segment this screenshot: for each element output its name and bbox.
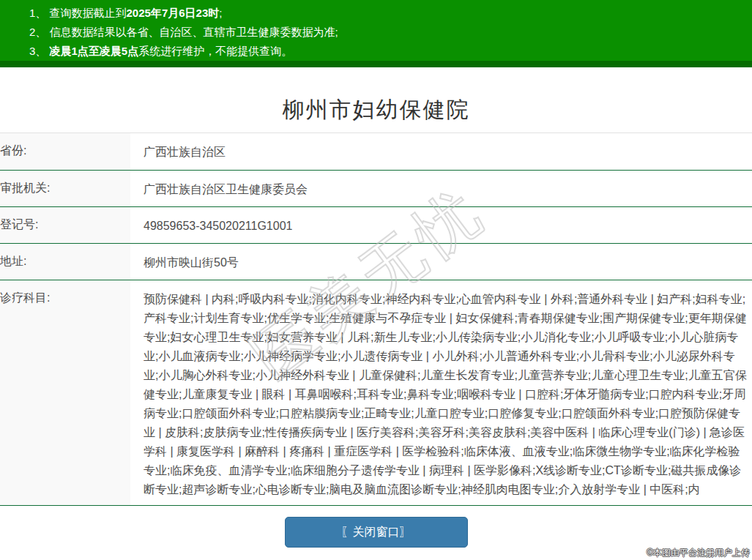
notice-banner: 1、 查询数据截止到2025年7月6日23时; 2、 信息数据结果以各省、自治区… bbox=[0, 0, 752, 67]
notice-line-1-text: 1、 查询数据截止到 bbox=[29, 7, 127, 19]
notice-line-3-text: 3、 bbox=[29, 45, 50, 57]
province-value: 广西壮族自治区 bbox=[130, 133, 752, 170]
notice-line-2-text: 2、 信息数据结果以各省、自治区、直辖市卫生健康委数据为准; bbox=[29, 26, 338, 38]
notice-line-3: 3、 凌晨1点至凌晨5点系统进行维护，不能提供查询。 bbox=[29, 42, 745, 61]
medical-departments-label: 诊疗科目: bbox=[0, 280, 130, 505]
notice-line-1: 1、 查询数据截止到2025年7月6日23时; bbox=[29, 4, 745, 23]
close-window-button[interactable]: 〖关闭窗口〗 bbox=[285, 517, 468, 548]
table-row-province: 省份: 广西壮族自治区 bbox=[0, 133, 752, 170]
address-label: 地址: bbox=[0, 244, 130, 280]
table-row-address: 地址: 柳州市映山街50号 bbox=[0, 243, 752, 280]
registration-number-label: 登记号: bbox=[0, 207, 130, 243]
table-row-approval-authority: 审批机关: 广西壮族自治区卫生健康委员会 bbox=[0, 170, 752, 206]
province-label: 省份: bbox=[0, 133, 130, 170]
approval-authority-label: 审批机关: bbox=[0, 171, 130, 206]
photo-credit-watermark: ©本图由平台注册用户上传 bbox=[647, 547, 750, 559]
table-row-medical-departments: 诊疗科目: 预防保健科 | 内科;呼吸内科专业;消化内科专业;神经内科专业;心血… bbox=[0, 280, 752, 505]
notice-line-2: 2、 信息数据结果以各省、自治区、直辖市卫生健康委数据为准; bbox=[29, 23, 745, 42]
address-value: 柳州市映山街50号 bbox=[130, 244, 752, 280]
approval-authority-value: 广西壮族自治区卫生健康委员会 bbox=[130, 171, 752, 206]
notice-line-1-suffix: ; bbox=[219, 7, 222, 19]
notice-line-1-bold: 2025年7月6日23时 bbox=[127, 7, 220, 19]
page-title: 柳州市妇幼保健院 bbox=[0, 94, 752, 126]
hospital-info-table: 省份: 广西壮族自治区 审批机关: 广西壮族自治区卫生健康委员会 登记号: 49… bbox=[0, 132, 752, 506]
medical-departments-value: 预防保健科 | 内科;呼吸内科专业;消化内科专业;神经内科专业;心血管内科专业 … bbox=[130, 280, 752, 505]
button-bar: 〖关闭窗口〗 bbox=[0, 517, 752, 548]
notice-line-3-bold: 凌晨1点至凌晨5点 bbox=[50, 45, 139, 57]
registration-number-value: 49859653-345020211G1001 bbox=[130, 207, 752, 243]
table-row-registration-number: 登记号: 49859653-345020211G1001 bbox=[0, 206, 752, 243]
notice-line-3-suffix: 系统进行维护，不能提供查询。 bbox=[138, 45, 292, 57]
